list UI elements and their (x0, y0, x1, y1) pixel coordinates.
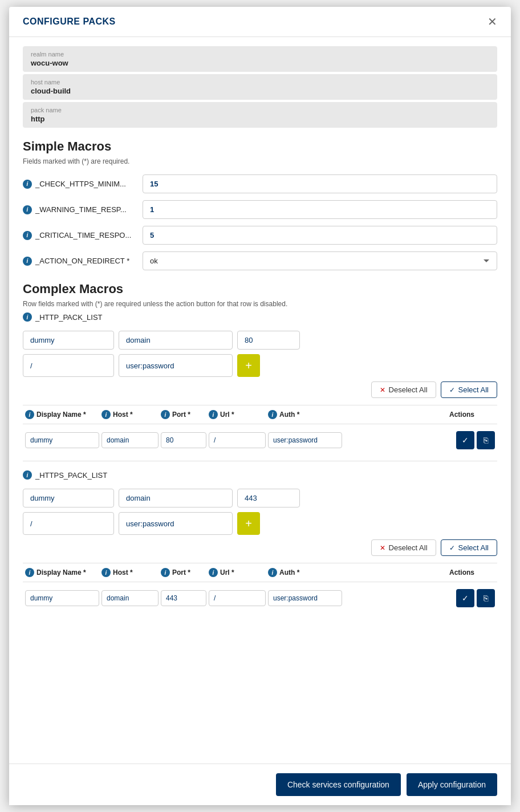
http-select-all-button[interactable]: ✓ Select All (441, 381, 497, 398)
pack-label: pack name (31, 107, 489, 113)
https-th-url: i Url * (209, 568, 266, 577)
host-label: host name (31, 79, 489, 86)
https-auth-input[interactable] (119, 512, 233, 535)
http-row-url[interactable] (209, 432, 266, 448)
https-select-check-icon: ✓ (449, 544, 455, 552)
info-icon-https-pack: i (23, 470, 32, 480)
http-row-display[interactable] (25, 432, 99, 448)
pack-separator (23, 461, 497, 461)
https-row-url[interactable] (209, 590, 266, 606)
https-row-auth[interactable] (268, 590, 342, 606)
https-port-input[interactable] (237, 489, 300, 508)
http-pack-table-row: ✓ ⎘ (23, 429, 497, 452)
simple-macros-note: Fields marked with (*) are required. (23, 157, 497, 165)
info-icon-port: i (161, 410, 170, 419)
http-th-auth: i Auth * (268, 410, 342, 419)
http-row-copy-button[interactable]: ⎘ (477, 431, 495, 449)
pack-field: pack name http (23, 102, 497, 128)
http-pack-form-row1 (23, 331, 497, 350)
host-field: host name cloud-build (23, 74, 497, 100)
macro-row-critical-time: i _CRITICAL_TIME_RESPO... (23, 226, 497, 245)
http-th-port-label: Port * (172, 411, 190, 419)
https-deselect-all-button[interactable]: ✕ Deselect All (371, 539, 436, 556)
critical-time-input[interactable] (143, 226, 497, 245)
info-icon-check-https: i (23, 180, 32, 189)
http-th-url-label: Url * (220, 411, 234, 419)
complex-macros-note: Row fields marked with (*) are required … (23, 300, 497, 308)
info-fields: realm name wocu-wow host name cloud-buil… (23, 46, 497, 128)
configure-packs-modal: CONFIGURE PACKS ✕ realm name wocu-wow ho… (9, 7, 511, 805)
https-dummy-input[interactable] (23, 489, 114, 508)
http-deselect-label: Deselect All (389, 385, 428, 394)
info-icon-display: i (25, 410, 34, 419)
https-slash-input[interactable] (23, 512, 114, 535)
https-select-all-label: Select All (458, 543, 489, 552)
https-row-actions: ✓ ⎘ (456, 589, 495, 607)
https-th-auth-label: Auth * (279, 569, 299, 576)
info-icon-auth: i (268, 410, 277, 419)
check-services-button[interactable]: Check services configuration (276, 773, 401, 796)
https-domain-input[interactable] (119, 489, 233, 508)
http-deselect-all-button[interactable]: ✕ Deselect All (371, 381, 436, 398)
http-auth-input[interactable] (119, 354, 233, 377)
http-pack-table-header: i Display Name * i Host * i Port * i Url… (23, 405, 497, 424)
warning-time-input[interactable] (143, 200, 497, 219)
check-https-label: i _CHECK_HTTPS_MINIM... (23, 180, 137, 189)
https-row-check-button[interactable]: ✓ (456, 589, 474, 607)
http-dummy-input[interactable] (23, 331, 114, 350)
critical-time-label-text: _CRITICAL_TIME_RESPO... (35, 231, 131, 239)
https-th-host-label: Host * (113, 569, 133, 576)
https-th-actions-label: Actions (449, 569, 474, 576)
http-row-auth[interactable] (268, 432, 342, 448)
info-icon-http-pack: i (23, 312, 32, 322)
info-icon-critical-time: i (23, 231, 32, 240)
close-button[interactable]: ✕ (488, 16, 497, 27)
https-select-all-button[interactable]: ✓ Select All (441, 539, 497, 556)
http-row-host[interactable] (101, 432, 159, 448)
http-add-button[interactable]: + (237, 354, 260, 377)
https-row-host[interactable] (101, 590, 159, 606)
http-pack-list-label: i _HTTP_PACK_LIST (23, 312, 497, 322)
warning-time-label: i _WARNING_TIME_RESP... (23, 205, 137, 214)
info-icon-action-redirect: i (23, 257, 32, 266)
realm-label: realm name (31, 51, 489, 58)
critical-time-label: i _CRITICAL_TIME_RESPO... (23, 231, 137, 240)
https-row-display[interactable] (25, 590, 99, 606)
http-row-port[interactable] (161, 432, 206, 448)
http-th-auth-label: Auth * (279, 411, 299, 419)
info-icon-https-host: i (101, 568, 111, 577)
host-value: cloud-build (31, 87, 489, 95)
http-select-all-label: Select All (458, 385, 489, 394)
http-th-actions: Actions (449, 411, 495, 419)
info-icon-warning-time: i (23, 205, 32, 214)
action-redirect-label-text: _ACTION_ON_REDIRECT * (35, 257, 129, 265)
macro-row-warning-time: i _WARNING_TIME_RESP... (23, 200, 497, 219)
action-redirect-select[interactable]: ok warning critical (143, 251, 497, 270)
http-row-actions: ✓ ⎘ (456, 431, 495, 449)
https-pack-table-header: i Display Name * i Host * i Port * i Url… (23, 563, 497, 582)
https-th-host: i Host * (101, 568, 159, 577)
apply-configuration-button[interactable]: Apply configuration (407, 773, 497, 796)
https-add-button[interactable]: + (237, 512, 260, 535)
http-slash-input[interactable] (23, 354, 114, 377)
http-row-check-button[interactable]: ✓ (456, 431, 474, 449)
realm-field: realm name wocu-wow (23, 46, 497, 72)
simple-macros-title: Simple Macros (23, 139, 497, 154)
check-https-input[interactable] (143, 174, 497, 193)
http-port-input[interactable] (237, 331, 300, 350)
http-th-host-label: Host * (113, 411, 133, 419)
http-domain-input[interactable] (119, 331, 233, 350)
https-th-display-label: Display Name * (36, 569, 86, 576)
check-services-label: Check services configuration (287, 780, 389, 789)
pack-value: http (31, 115, 489, 123)
https-th-actions: Actions (449, 569, 495, 576)
https-th-auth: i Auth * (268, 568, 342, 577)
http-deselect-x-icon: ✕ (380, 386, 385, 394)
http-th-display-label: Display Name * (36, 411, 86, 419)
https-th-port: i Port * (161, 568, 206, 577)
https-pack-actions-row: ✕ Deselect All ✓ Select All (23, 539, 497, 556)
https-row-port[interactable] (161, 590, 206, 606)
http-th-display: i Display Name * (25, 410, 99, 419)
https-pack-form-row2: + (23, 512, 497, 535)
https-row-copy-button[interactable]: ⎘ (477, 589, 495, 607)
